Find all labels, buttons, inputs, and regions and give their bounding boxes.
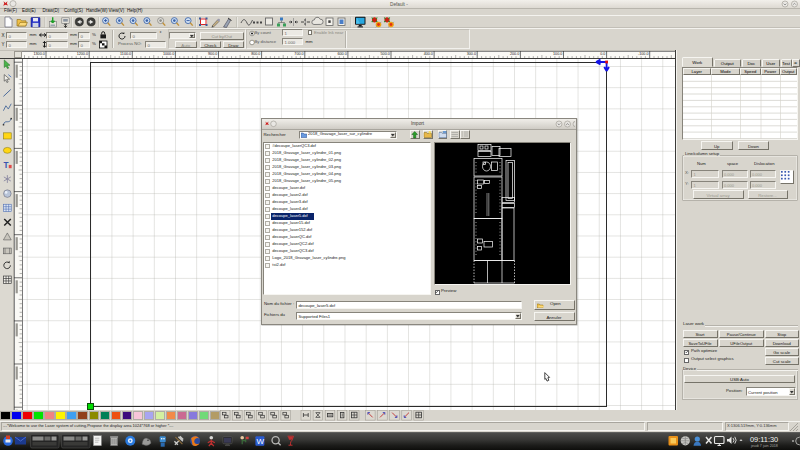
svg-text:0.0: 0.0 — [600, 52, 605, 56]
svg-text:900.0: 900.0 — [208, 52, 217, 56]
svg-text:1100.0: 1100.0 — [120, 52, 131, 56]
svg-text:500.0: 500.0 — [381, 52, 390, 56]
svg-text:800.0: 800.0 — [251, 52, 260, 56]
svg-text:09:11:30: 09:11:30 — [750, 435, 778, 444]
svg-text:-100.0: -100.0 — [638, 52, 648, 56]
svg-text:700.0: 700.0 — [294, 52, 303, 56]
svg-text:W: W — [257, 437, 265, 446]
svg-text:300.0: 300.0 — [467, 52, 476, 56]
svg-text:400.0: 400.0 — [424, 52, 433, 56]
svg-text:200.0: 200.0 — [510, 52, 519, 56]
svg-text:100.0: 100.0 — [553, 52, 562, 56]
svg-text:1000.0: 1000.0 — [163, 52, 174, 56]
svg-text:1200.0: 1200.0 — [77, 52, 88, 56]
svg-text:jeudi 7 juin 2018: jeudi 7 juin 2018 — [750, 444, 778, 448]
svg-text:600.0: 600.0 — [337, 52, 346, 56]
svg-text:1300.0: 1300.0 — [34, 52, 45, 56]
svg-text:T: T — [3, 161, 8, 170]
